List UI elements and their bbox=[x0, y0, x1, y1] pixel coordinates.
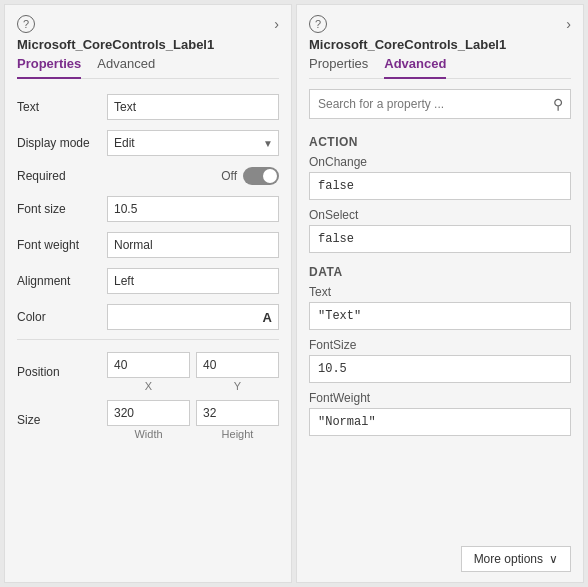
action-section-header: ACTION bbox=[309, 135, 571, 149]
prop-label-fontweight: Font weight bbox=[17, 238, 107, 252]
right-content: ⚲ ACTION OnChange OnSelect DATA Text Fon… bbox=[309, 89, 571, 572]
onchange-input[interactable] bbox=[318, 179, 562, 193]
search-box: ⚲ bbox=[309, 89, 571, 119]
required-toggle-wrapper: Off bbox=[107, 167, 279, 185]
data-text-input[interactable] bbox=[318, 309, 562, 323]
data-fontsize-input-box[interactable] bbox=[309, 355, 571, 383]
prop-label-alignment: Alignment bbox=[17, 274, 107, 288]
right-tabs: Properties Advanced bbox=[309, 52, 571, 79]
size-inputs: Width Height bbox=[107, 400, 279, 440]
prop-label-color: Color bbox=[17, 310, 107, 324]
onselect-input-box[interactable] bbox=[309, 225, 571, 253]
size-label: Size bbox=[17, 413, 107, 427]
position-inputs: X Y bbox=[107, 352, 279, 392]
position-x-group: X bbox=[107, 352, 190, 392]
prop-label-displaymode: Display mode bbox=[17, 136, 107, 150]
prop-row-fontweight: Font weight bbox=[17, 227, 279, 263]
onselect-input[interactable] bbox=[318, 232, 562, 246]
more-options-button[interactable]: More options ∨ bbox=[461, 546, 571, 572]
prop-value-fontsize bbox=[107, 196, 279, 222]
color-field[interactable]: A bbox=[107, 304, 279, 330]
prop-value-text bbox=[107, 94, 279, 120]
data-text-label: Text bbox=[309, 285, 571, 299]
left-panel: ? › Microsoft_CoreControls_Label1 Proper… bbox=[4, 4, 292, 583]
alignment-input[interactable] bbox=[107, 268, 279, 294]
onchange-label: OnChange bbox=[309, 155, 571, 169]
data-fontweight-input-box[interactable] bbox=[309, 408, 571, 436]
position-y-group: Y bbox=[196, 352, 279, 392]
size-width-input[interactable] bbox=[107, 400, 190, 426]
prop-label-text: Text bbox=[17, 100, 107, 114]
text-input[interactable] bbox=[107, 94, 279, 120]
search-icon: ⚲ bbox=[553, 96, 563, 112]
tab-properties-left[interactable]: Properties bbox=[17, 52, 81, 79]
data-section-header: DATA bbox=[309, 265, 571, 279]
position-x-input[interactable] bbox=[107, 352, 190, 378]
left-panel-title: Microsoft_CoreControls_Label1 bbox=[17, 37, 279, 52]
left-tabs: Properties Advanced bbox=[17, 52, 279, 79]
more-options-container: More options ∨ bbox=[309, 538, 571, 572]
prop-value-displaymode: Edit View Disabled ▼ bbox=[107, 130, 279, 156]
width-label: Width bbox=[134, 428, 162, 440]
fontsize-input[interactable] bbox=[107, 196, 279, 222]
help-icon-right[interactable]: ? bbox=[309, 15, 327, 33]
data-text-input-box[interactable] bbox=[309, 302, 571, 330]
prop-row-displaymode: Display mode Edit View Disabled ▼ bbox=[17, 125, 279, 161]
position-row: Position X Y bbox=[17, 348, 279, 396]
color-a-label: A bbox=[263, 310, 272, 325]
tab-advanced-left[interactable]: Advanced bbox=[97, 52, 155, 79]
right-panel: ? › Microsoft_CoreControls_Label1 Proper… bbox=[296, 4, 584, 583]
fontweight-input[interactable] bbox=[107, 232, 279, 258]
position-y-input[interactable] bbox=[196, 352, 279, 378]
data-fontweight-input[interactable] bbox=[318, 415, 562, 429]
prop-row-text: Text bbox=[17, 89, 279, 125]
displaymode-select-wrapper: Edit View Disabled ▼ bbox=[107, 130, 279, 156]
divider bbox=[17, 339, 279, 340]
required-toggle[interactable] bbox=[243, 167, 279, 185]
x-label: X bbox=[145, 380, 152, 392]
onchange-input-box[interactable] bbox=[309, 172, 571, 200]
size-height-group: Height bbox=[196, 400, 279, 440]
size-row: Size Width Height bbox=[17, 396, 279, 444]
right-panel-header: ? › bbox=[309, 15, 571, 33]
prop-value-required: Off bbox=[107, 167, 279, 185]
more-options-label: More options bbox=[474, 552, 543, 566]
y-label: Y bbox=[234, 380, 241, 392]
data-fontsize-label: FontSize bbox=[309, 338, 571, 352]
prop-label-fontsize: Font size bbox=[17, 202, 107, 216]
data-fontsize-input[interactable] bbox=[318, 362, 562, 376]
position-label: Position bbox=[17, 365, 107, 379]
left-panel-header: ? › bbox=[17, 15, 279, 33]
prop-label-required: Required bbox=[17, 169, 107, 183]
properties-list: Text Display mode Edit View Disabled ▼ bbox=[17, 89, 279, 572]
prop-row-color: Color A bbox=[17, 299, 279, 335]
tab-properties-right[interactable]: Properties bbox=[309, 52, 368, 79]
prop-row-alignment: Alignment bbox=[17, 263, 279, 299]
size-width-group: Width bbox=[107, 400, 190, 440]
help-icon-left[interactable]: ? bbox=[17, 15, 35, 33]
toggle-knob bbox=[263, 169, 277, 183]
toggle-off-label: Off bbox=[221, 169, 237, 183]
onselect-label: OnSelect bbox=[309, 208, 571, 222]
prop-value-alignment bbox=[107, 268, 279, 294]
prop-row-required: Required Off bbox=[17, 161, 279, 191]
search-input[interactable] bbox=[309, 89, 571, 119]
size-height-input[interactable] bbox=[196, 400, 279, 426]
data-fontweight-label: FontWeight bbox=[309, 391, 571, 405]
prop-row-fontsize: Font size bbox=[17, 191, 279, 227]
displaymode-select[interactable]: Edit View Disabled bbox=[107, 130, 279, 156]
more-options-chevron: ∨ bbox=[549, 552, 558, 566]
expand-icon-right[interactable]: › bbox=[566, 16, 571, 32]
prop-value-color: A bbox=[107, 304, 279, 330]
right-panel-title: Microsoft_CoreControls_Label1 bbox=[309, 37, 571, 52]
tab-advanced-right[interactable]: Advanced bbox=[384, 52, 446, 79]
prop-value-fontweight bbox=[107, 232, 279, 258]
height-label: Height bbox=[222, 428, 254, 440]
expand-icon-left[interactable]: › bbox=[274, 16, 279, 32]
